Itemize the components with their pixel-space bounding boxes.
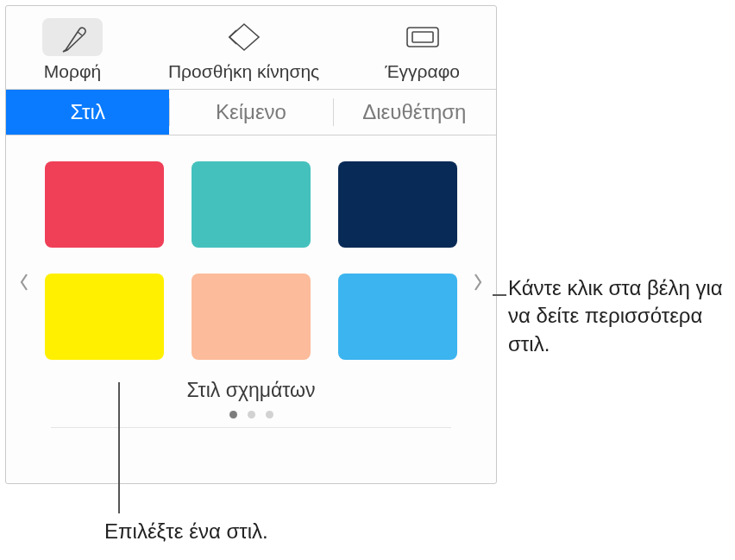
style-swatch[interactable] bbox=[45, 274, 164, 360]
page-dot[interactable] bbox=[248, 411, 255, 418]
sub-tab-arrange[interactable]: Διευθέτηση bbox=[333, 90, 496, 135]
chevron-right-icon bbox=[472, 272, 484, 293]
chevron-left-icon bbox=[18, 272, 30, 293]
callout-leader-line bbox=[493, 294, 506, 296]
sub-tab-text[interactable]: Κείμενο bbox=[169, 90, 332, 135]
style-swatch[interactable] bbox=[192, 274, 311, 360]
document-icon bbox=[393, 18, 453, 56]
animate-icon bbox=[214, 18, 274, 56]
panel-divider bbox=[51, 427, 451, 436]
shape-styles-grid bbox=[44, 161, 458, 360]
callout-select-text: Επιλέξτε ένα στιλ. bbox=[104, 518, 268, 545]
styles-page-dots bbox=[44, 411, 458, 418]
shape-styles-caption: Στιλ σχημάτων bbox=[44, 379, 458, 402]
svg-rect-1 bbox=[412, 32, 433, 42]
sub-tab-style-label: Στιλ bbox=[70, 100, 105, 123]
tab-document-label: Έγγραφο bbox=[385, 61, 460, 82]
style-swatch[interactable] bbox=[338, 161, 457, 248]
tab-animate-label: Προσθήκη κίνησης bbox=[168, 61, 319, 82]
format-sub-tabs: Στιλ Κείμενο Διευθέτηση bbox=[6, 90, 496, 135]
sub-tab-style[interactable]: Στιλ bbox=[6, 90, 169, 135]
inspector-top-tabs: Μορφή Προσθήκη κίνησης Έγγραφο bbox=[6, 6, 496, 90]
style-swatch[interactable] bbox=[45, 161, 164, 248]
tab-document[interactable]: Έγγραφο bbox=[378, 15, 467, 85]
sub-tab-text-label: Κείμενο bbox=[216, 100, 286, 123]
tab-format-label: Μορφή bbox=[44, 61, 101, 82]
style-swatch[interactable] bbox=[338, 274, 457, 360]
page-dot[interactable] bbox=[266, 411, 273, 418]
tab-animate[interactable]: Προσθήκη κίνησης bbox=[161, 15, 326, 85]
sub-tab-arrange-label: Διευθέτηση bbox=[362, 100, 466, 123]
page-dot[interactable] bbox=[229, 411, 237, 418]
format-icon bbox=[42, 18, 103, 56]
tab-format[interactable]: Μορφή bbox=[35, 15, 110, 85]
callout-leader-line bbox=[118, 382, 120, 513]
styles-prev-arrow[interactable] bbox=[11, 265, 37, 299]
callout-arrows-text: Κάντε κλικ στα βέλη για να δείτε περισσό… bbox=[508, 274, 728, 358]
style-swatch[interactable] bbox=[192, 161, 311, 248]
format-inspector-panel: Μορφή Προσθήκη κίνησης Έγγραφο Στιλ bbox=[5, 5, 497, 484]
styles-next-arrow[interactable] bbox=[465, 265, 491, 299]
shape-styles-area: Στιλ σχημάτων bbox=[6, 135, 496, 483]
